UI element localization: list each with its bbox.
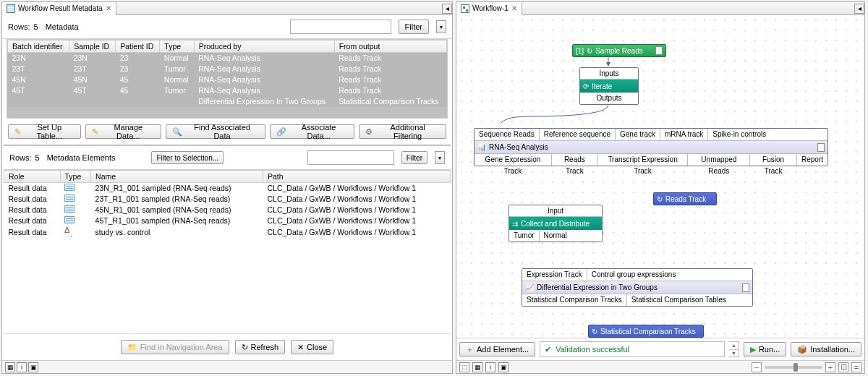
- metadata-table[interactable]: Batch identifierSample IDPatient IDTypeP…: [7, 40, 447, 107]
- table-row[interactable]: 23T23T23TumorRNA-Seq AnalysisReads Track: [8, 64, 447, 74]
- close-icon[interactable]: ✕: [106, 4, 111, 12]
- zoom-slider[interactable]: [765, 366, 822, 369]
- port[interactable]: Statistical Comparison Tracks: [522, 294, 627, 306]
- node-collect[interactable]: Input ⇉Collect and Distribute TumorNorma…: [509, 205, 603, 242]
- filter-button[interactable]: Filter: [399, 20, 429, 34]
- port[interactable]: Gene track: [616, 129, 660, 140]
- view-image-icon[interactable]: ▣: [498, 362, 509, 372]
- column-header[interactable]: Type: [160, 40, 194, 53]
- associate-data-button[interactable]: 🔗Associate Data...: [270, 124, 354, 139]
- collect-icon: ⇉: [512, 218, 518, 229]
- stats-icon: [64, 227, 75, 236]
- zoom-controls: − + ⊡ =: [752, 362, 861, 372]
- port[interactable]: Report: [797, 154, 827, 166]
- table-row[interactable]: Result datastudy vs. controlCLC_Data / G…: [4, 226, 451, 238]
- zoom-out-icon[interactable]: −: [752, 362, 762, 372]
- tab-label: Workflow-1: [472, 4, 509, 12]
- pencil-icon: ✎: [92, 127, 98, 137]
- column-header[interactable]: Role: [4, 171, 61, 183]
- workflow-pane: Workflow-1 ✕ ◂ [1]↻Sample Reads Inputs ⟳…: [456, 1, 865, 374]
- elements-filter-input[interactable]: [307, 150, 394, 165]
- tab-metadata[interactable]: Workflow Result Metadata ✕: [2, 2, 116, 15]
- refresh-icon: ↻: [242, 343, 248, 352]
- box-icon: 📦: [797, 345, 807, 354]
- node-diffexpr[interactable]: Expression TrackControl group expression…: [522, 268, 753, 307]
- port[interactable]: Tumor: [509, 230, 540, 242]
- table-row[interactable]: 45N45N45NormalRNA-Seq AnalysisReads Trac…: [8, 74, 447, 85]
- table-row[interactable]: Result data23T_R1_001 sampled (RNA-Seq r…: [4, 194, 451, 205]
- elements-table[interactable]: RoleTypeNamePath Result data23N_R1_001 s…: [4, 170, 451, 238]
- setup-table-button[interactable]: ✎Set Up Table...: [8, 124, 81, 139]
- manage-data-button[interactable]: ✎Manage Data...: [85, 124, 161, 139]
- node-stat-tracks[interactable]: ↻Statistical Comparison Tracks: [588, 325, 704, 338]
- tab-workflow[interactable]: Workflow-1 ✕: [456, 2, 522, 15]
- view-grid-icon[interactable]: ▦: [472, 362, 482, 372]
- left-view-switcher: ▦ i ▣: [2, 360, 452, 373]
- port[interactable]: Transcript Expression Track: [598, 154, 689, 166]
- port[interactable]: Sequence Reads: [475, 129, 540, 140]
- run-button[interactable]: ▶Run...: [744, 342, 786, 356]
- panel-toggle-icon[interactable]: ◂: [854, 4, 864, 14]
- port[interactable]: mRNA track: [660, 129, 708, 140]
- column-header[interactable]: Path: [263, 171, 451, 183]
- zoom-reset-icon[interactable]: =: [851, 362, 861, 372]
- metadata-table-wrap: Batch identifierSample IDPatient IDTypeP…: [7, 39, 448, 119]
- table-row[interactable]: 23N23N23NormalRNA-Seq AnalysisReads Trac…: [8, 53, 447, 64]
- filter-input[interactable]: [290, 20, 391, 34]
- zoom-fit-icon[interactable]: ⊡: [838, 362, 848, 372]
- view-info-icon[interactable]: i: [485, 362, 495, 372]
- port[interactable]: Unmapped Reads: [688, 154, 750, 166]
- port[interactable]: Control group expressions: [587, 269, 681, 281]
- port[interactable]: Expression Track: [522, 269, 587, 281]
- view-wf-icon[interactable]: ⬚: [459, 362, 469, 372]
- view-info-icon[interactable]: i: [17, 362, 27, 372]
- status-stepper[interactable]: ▲▼: [729, 341, 739, 357]
- column-header[interactable]: Name: [91, 171, 263, 183]
- rnaseq-icon: 📊: [477, 142, 486, 153]
- filter-menu-icon[interactable]: ▾: [436, 20, 446, 33]
- node-reads-track[interactable]: ↻Reads Track: [653, 192, 717, 205]
- column-header[interactable]: From output: [334, 40, 446, 53]
- table-row[interactable]: Differential Expression In Two GroupsSta…: [8, 96, 447, 107]
- column-header[interactable]: Sample ID: [69, 40, 116, 53]
- right-view-switcher: ⬚ ▦ i ▣ − + ⊡ =: [456, 360, 864, 373]
- table-row[interactable]: Result data45N_R1_001 sampled (RNA-Seq r…: [4, 205, 451, 215]
- find-associated-button[interactable]: 🔍Find Associated Data: [166, 124, 265, 139]
- reads-icon: [64, 184, 75, 191]
- table-row[interactable]: Result data23N_R1_001 sampled (RNA-Seq r…: [4, 183, 451, 194]
- column-header[interactable]: Produced by: [194, 40, 334, 53]
- zoom-in-icon[interactable]: +: [825, 362, 835, 372]
- add-element-button[interactable]: ＋Add Element...: [459, 342, 535, 356]
- workflow-canvas[interactable]: [1]↻Sample Reads Inputs ⟳Iterate Outputs…: [456, 15, 864, 338]
- port[interactable]: Normal: [540, 230, 571, 242]
- panel-toggle-icon[interactable]: ◂: [442, 4, 452, 14]
- port[interactable]: Fusion Track: [750, 154, 797, 166]
- port[interactable]: Gene Expression Track: [475, 154, 552, 166]
- port[interactable]: Reads Track: [552, 154, 598, 166]
- port[interactable]: Spike-in controls: [708, 129, 770, 140]
- cycle-icon: ↻: [587, 46, 592, 56]
- close-button[interactable]: ✕Close: [291, 340, 333, 354]
- reads-icon: [64, 216, 75, 223]
- close-icon[interactable]: ✕: [511, 4, 517, 12]
- view-table-icon[interactable]: ▦: [5, 362, 15, 372]
- filter-menu-icon[interactable]: ▾: [435, 151, 445, 164]
- view-image-icon[interactable]: ▣: [28, 362, 38, 372]
- filter-to-selection-button[interactable]: Filter to Selection...: [151, 151, 224, 164]
- port[interactable]: Statistical Comparison Tables: [627, 294, 731, 306]
- additional-filtering-button[interactable]: ⚙Additional Filtering: [359, 124, 446, 139]
- column-header[interactable]: Type: [60, 171, 91, 183]
- node-iterate[interactable]: Inputs ⟳Iterate Outputs: [579, 67, 639, 105]
- node-sample-reads[interactable]: [1]↻Sample Reads: [572, 44, 666, 57]
- column-header[interactable]: Patient ID: [116, 40, 160, 53]
- port[interactable]: Reference sequence: [540, 129, 616, 140]
- refresh-button[interactable]: ↻Refresh: [235, 340, 286, 354]
- column-header[interactable]: Batch identifier: [8, 40, 69, 53]
- node-rnaseq[interactable]: Sequence ReadsReference sequenceGene tra…: [474, 128, 828, 166]
- table-row[interactable]: Result data45T_R1_001 sampled (RNA-Seq r…: [4, 215, 451, 226]
- elements-filter-button[interactable]: Filter: [401, 151, 427, 164]
- sheet-icon: [817, 143, 825, 152]
- metadata-toolbar: Rows: 5 Metadata Filter ▾: [2, 15, 452, 39]
- table-row[interactable]: 45T45T45TumorRNA-Seq AnalysisReads Track: [8, 85, 447, 96]
- installation-button[interactable]: 📦Installation...: [791, 342, 861, 356]
